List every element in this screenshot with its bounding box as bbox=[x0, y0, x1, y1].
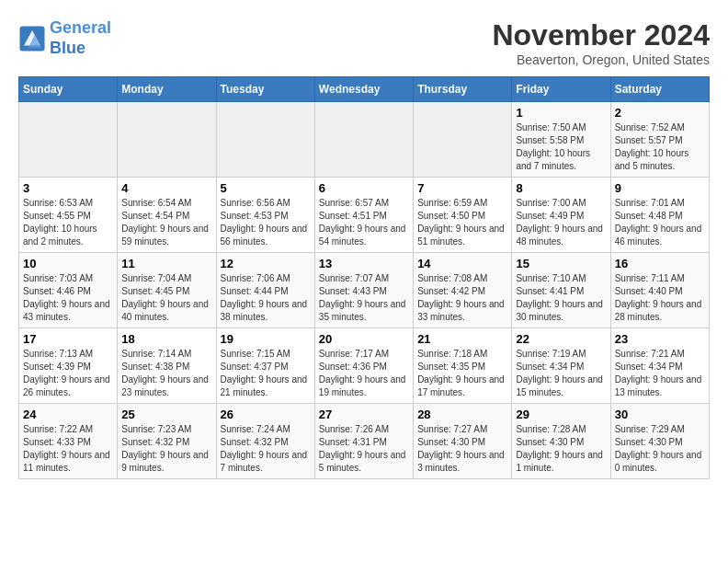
month-title: November 2024 bbox=[492, 18, 710, 52]
calendar-cell: 7Sunrise: 6:59 AM Sunset: 4:50 PM Daylig… bbox=[414, 178, 512, 253]
calendar-cell: 25Sunrise: 7:23 AM Sunset: 4:32 PM Dayli… bbox=[118, 404, 216, 479]
calendar-week-row: 10Sunrise: 7:03 AM Sunset: 4:46 PM Dayli… bbox=[19, 253, 710, 328]
calendar-header-row: SundayMondayTuesdayWednesdayThursdayFrid… bbox=[19, 77, 710, 102]
calendar-cell: 30Sunrise: 7:29 AM Sunset: 4:30 PM Dayli… bbox=[610, 404, 709, 479]
calendar-cell: 3Sunrise: 6:53 AM Sunset: 4:55 PM Daylig… bbox=[19, 178, 118, 253]
day-number: 10 bbox=[23, 257, 113, 270]
calendar-cell: 26Sunrise: 7:24 AM Sunset: 4:32 PM Dayli… bbox=[216, 404, 314, 479]
day-info: Sunrise: 7:52 AM Sunset: 5:57 PM Dayligh… bbox=[615, 121, 705, 173]
logo-line2: Blue bbox=[50, 39, 85, 57]
day-header-monday: Monday bbox=[118, 77, 216, 102]
day-info: Sunrise: 7:04 AM Sunset: 4:45 PM Dayligh… bbox=[121, 272, 211, 324]
calendar-cell: 1Sunrise: 7:50 AM Sunset: 5:58 PM Daylig… bbox=[512, 102, 610, 178]
day-number: 17 bbox=[23, 332, 113, 346]
day-number: 18 bbox=[121, 332, 211, 346]
day-info: Sunrise: 7:21 AM Sunset: 4:34 PM Dayligh… bbox=[615, 348, 705, 399]
day-info: Sunrise: 7:06 AM Sunset: 4:44 PM Dayligh… bbox=[221, 272, 311, 324]
day-info: Sunrise: 7:18 AM Sunset: 4:35 PM Dayligh… bbox=[417, 348, 507, 399]
day-info: Sunrise: 7:03 AM Sunset: 4:46 PM Dayligh… bbox=[23, 272, 113, 324]
day-number: 4 bbox=[121, 181, 211, 195]
calendar-cell: 5Sunrise: 6:56 AM Sunset: 4:53 PM Daylig… bbox=[216, 178, 314, 253]
calendar-cell: 13Sunrise: 7:07 AM Sunset: 4:43 PM Dayli… bbox=[314, 253, 413, 328]
day-number: 16 bbox=[615, 257, 705, 270]
day-header-saturday: Saturday bbox=[610, 77, 709, 102]
day-number: 23 bbox=[615, 332, 705, 346]
title-area: November 2024 Beaverton, Oregon, United … bbox=[492, 18, 710, 67]
calendar-cell: 4Sunrise: 6:54 AM Sunset: 4:54 PM Daylig… bbox=[118, 178, 216, 253]
day-number: 28 bbox=[417, 408, 507, 421]
calendar-week-row: 1Sunrise: 7:50 AM Sunset: 5:58 PM Daylig… bbox=[19, 102, 710, 178]
day-info: Sunrise: 7:10 AM Sunset: 4:41 PM Dayligh… bbox=[516, 272, 606, 324]
day-number: 13 bbox=[319, 257, 409, 270]
calendar-cell: 18Sunrise: 7:14 AM Sunset: 4:38 PM Dayli… bbox=[118, 328, 216, 404]
day-number: 14 bbox=[417, 257, 507, 270]
day-number: 12 bbox=[221, 257, 311, 270]
day-info: Sunrise: 7:24 AM Sunset: 4:32 PM Dayligh… bbox=[221, 423, 311, 475]
day-info: Sunrise: 7:08 AM Sunset: 4:42 PM Dayligh… bbox=[417, 272, 507, 324]
calendar-cell: 27Sunrise: 7:26 AM Sunset: 4:31 PM Dayli… bbox=[314, 404, 413, 479]
page-header: General Blue November 2024 Beaverton, Or… bbox=[18, 18, 710, 67]
logo-text: General Blue bbox=[50, 18, 111, 58]
day-number: 5 bbox=[221, 181, 311, 195]
day-header-thursday: Thursday bbox=[414, 77, 512, 102]
day-number: 15 bbox=[516, 257, 606, 270]
calendar-cell bbox=[19, 102, 118, 178]
day-number: 6 bbox=[319, 181, 409, 195]
day-number: 11 bbox=[121, 257, 211, 270]
day-info: Sunrise: 6:59 AM Sunset: 4:50 PM Dayligh… bbox=[417, 197, 507, 248]
calendar-cell: 19Sunrise: 7:15 AM Sunset: 4:37 PM Dayli… bbox=[216, 328, 314, 404]
day-header-sunday: Sunday bbox=[19, 77, 118, 102]
logo-icon bbox=[18, 25, 46, 52]
day-info: Sunrise: 7:07 AM Sunset: 4:43 PM Dayligh… bbox=[319, 272, 409, 324]
location: Beaverton, Oregon, United States bbox=[492, 52, 710, 67]
calendar-cell: 22Sunrise: 7:19 AM Sunset: 4:34 PM Dayli… bbox=[512, 328, 610, 404]
day-number: 20 bbox=[319, 332, 409, 346]
calendar-cell: 9Sunrise: 7:01 AM Sunset: 4:48 PM Daylig… bbox=[610, 178, 709, 253]
calendar-cell: 21Sunrise: 7:18 AM Sunset: 4:35 PM Dayli… bbox=[414, 328, 512, 404]
day-number: 1 bbox=[516, 106, 606, 120]
calendar-week-row: 24Sunrise: 7:22 AM Sunset: 4:33 PM Dayli… bbox=[19, 404, 710, 479]
day-info: Sunrise: 7:11 AM Sunset: 4:40 PM Dayligh… bbox=[615, 272, 705, 324]
logo-line1: General bbox=[50, 18, 111, 37]
calendar-cell: 2Sunrise: 7:52 AM Sunset: 5:57 PM Daylig… bbox=[610, 102, 709, 178]
calendar-cell: 17Sunrise: 7:13 AM Sunset: 4:39 PM Dayli… bbox=[19, 328, 118, 404]
day-number: 24 bbox=[23, 408, 113, 421]
day-info: Sunrise: 6:56 AM Sunset: 4:53 PM Dayligh… bbox=[221, 197, 311, 248]
day-info: Sunrise: 7:27 AM Sunset: 4:30 PM Dayligh… bbox=[417, 423, 507, 475]
calendar-week-row: 3Sunrise: 6:53 AM Sunset: 4:55 PM Daylig… bbox=[19, 178, 710, 253]
day-info: Sunrise: 7:00 AM Sunset: 4:49 PM Dayligh… bbox=[516, 197, 606, 248]
day-info: Sunrise: 7:15 AM Sunset: 4:37 PM Dayligh… bbox=[221, 348, 311, 399]
day-number: 30 bbox=[615, 408, 705, 421]
day-info: Sunrise: 7:50 AM Sunset: 5:58 PM Dayligh… bbox=[516, 121, 606, 173]
day-number: 9 bbox=[615, 181, 705, 195]
day-info: Sunrise: 7:28 AM Sunset: 4:30 PM Dayligh… bbox=[516, 423, 606, 475]
day-info: Sunrise: 6:54 AM Sunset: 4:54 PM Dayligh… bbox=[121, 197, 211, 248]
calendar-cell: 8Sunrise: 7:00 AM Sunset: 4:49 PM Daylig… bbox=[512, 178, 610, 253]
calendar-cell: 28Sunrise: 7:27 AM Sunset: 4:30 PM Dayli… bbox=[414, 404, 512, 479]
day-info: Sunrise: 6:53 AM Sunset: 4:55 PM Dayligh… bbox=[23, 197, 113, 248]
calendar-cell bbox=[118, 102, 216, 178]
day-info: Sunrise: 6:57 AM Sunset: 4:51 PM Dayligh… bbox=[319, 197, 409, 248]
calendar-cell: 29Sunrise: 7:28 AM Sunset: 4:30 PM Dayli… bbox=[512, 404, 610, 479]
day-info: Sunrise: 7:17 AM Sunset: 4:36 PM Dayligh… bbox=[319, 348, 409, 399]
calendar-cell: 11Sunrise: 7:04 AM Sunset: 4:45 PM Dayli… bbox=[118, 253, 216, 328]
day-number: 2 bbox=[615, 106, 705, 120]
day-number: 7 bbox=[417, 181, 507, 195]
calendar-cell bbox=[216, 102, 314, 178]
day-info: Sunrise: 7:23 AM Sunset: 4:32 PM Dayligh… bbox=[121, 423, 211, 475]
day-info: Sunrise: 7:01 AM Sunset: 4:48 PM Dayligh… bbox=[615, 197, 705, 248]
day-info: Sunrise: 7:19 AM Sunset: 4:34 PM Dayligh… bbox=[516, 348, 606, 399]
calendar-cell: 10Sunrise: 7:03 AM Sunset: 4:46 PM Dayli… bbox=[19, 253, 118, 328]
calendar-cell bbox=[314, 102, 413, 178]
day-number: 27 bbox=[319, 408, 409, 421]
day-info: Sunrise: 7:26 AM Sunset: 4:31 PM Dayligh… bbox=[319, 423, 409, 475]
day-info: Sunrise: 7:13 AM Sunset: 4:39 PM Dayligh… bbox=[23, 348, 113, 399]
day-info: Sunrise: 7:29 AM Sunset: 4:30 PM Dayligh… bbox=[615, 423, 705, 475]
day-info: Sunrise: 7:14 AM Sunset: 4:38 PM Dayligh… bbox=[121, 348, 211, 399]
calendar-cell: 14Sunrise: 7:08 AM Sunset: 4:42 PM Dayli… bbox=[414, 253, 512, 328]
calendar-cell: 20Sunrise: 7:17 AM Sunset: 4:36 PM Dayli… bbox=[314, 328, 413, 404]
calendar-cell: 6Sunrise: 6:57 AM Sunset: 4:51 PM Daylig… bbox=[314, 178, 413, 253]
day-number: 22 bbox=[516, 332, 606, 346]
day-number: 3 bbox=[23, 181, 113, 195]
day-number: 19 bbox=[221, 332, 311, 346]
